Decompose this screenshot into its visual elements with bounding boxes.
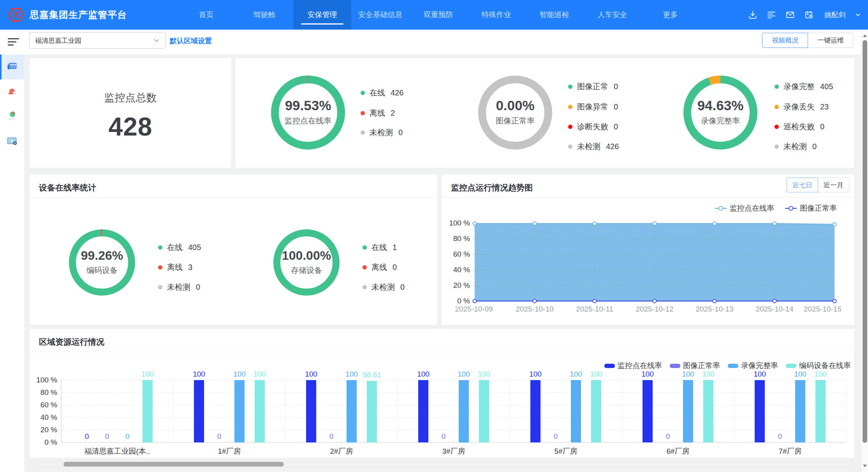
trend-chart-card: 监控点运行情况趋势图 近七日近一月 监控点在线率图像正常率 0 %20 %40 … bbox=[441, 174, 855, 325]
nav-menu: 首页驾驶舱安保管理安全基础信息双重预防特殊作业智能巡检人车安全更多 bbox=[177, 0, 699, 30]
sidebar bbox=[0, 55, 24, 472]
nav-item-首页[interactable]: 首页 bbox=[177, 0, 235, 30]
nav-item-更多[interactable]: 更多 bbox=[641, 0, 699, 30]
donut-record-integrity-donut: 94.63%录像完整率 bbox=[680, 72, 761, 153]
svg-text:60 %: 60 % bbox=[40, 401, 57, 409]
svg-text:100: 100 bbox=[641, 370, 654, 378]
svg-text:0: 0 bbox=[554, 432, 558, 440]
legend-value: 405 bbox=[188, 243, 201, 252]
scroll-down-arrow[interactable] bbox=[863, 463, 867, 467]
svg-text:100: 100 bbox=[814, 370, 827, 378]
svg-text:6#厂房: 6#厂房 bbox=[666, 447, 689, 455]
divider bbox=[30, 197, 438, 197]
nav-item-特殊作业[interactable]: 特殊作业 bbox=[467, 0, 525, 30]
svg-text:0: 0 bbox=[442, 432, 446, 440]
legend-dot bbox=[568, 125, 572, 129]
svg-text:0 %: 0 % bbox=[44, 438, 57, 446]
legend-value: 426 bbox=[606, 142, 619, 151]
legend-dot bbox=[363, 265, 367, 269]
legend-dot bbox=[775, 105, 779, 109]
svg-text:福清思嘉工业园(本..: 福清思嘉工业园(本.. bbox=[85, 447, 150, 455]
legend-value: 0 bbox=[196, 283, 200, 292]
svg-text:2#厂房: 2#厂房 bbox=[330, 447, 353, 455]
nav-item-智能巡检[interactable]: 智能巡检 bbox=[525, 0, 583, 30]
svg-text:100: 100 bbox=[682, 370, 694, 378]
region-select[interactable]: 福清思嘉工业园 bbox=[29, 32, 166, 49]
vertical-scrollbar[interactable] bbox=[861, 30, 868, 472]
legend-label: 未检测 bbox=[577, 141, 600, 152]
svg-text:100: 100 bbox=[193, 370, 205, 378]
svg-text:3#厂房: 3#厂房 bbox=[442, 447, 465, 455]
legend-item: 未检测426 bbox=[568, 141, 619, 152]
svg-text:0: 0 bbox=[125, 432, 130, 440]
nav-item-安全基础信息[interactable]: 安全基础信息 bbox=[351, 0, 409, 30]
svg-text:2025-10-12: 2025-10-12 bbox=[636, 305, 673, 313]
legend-label: 图像异常 bbox=[577, 102, 608, 112]
nav-item-人车安全[interactable]: 人车安全 bbox=[583, 0, 641, 30]
legend-value: 0 bbox=[614, 122, 618, 131]
sidebar-item-report-pie[interactable] bbox=[0, 104, 24, 129]
chevron-down-icon[interactable] bbox=[855, 12, 861, 18]
trend-area-chart: 0 %20 %40 %60 %80 %100 %2025-10-092025-1… bbox=[442, 197, 854, 325]
video-overview-button[interactable]: 视频概况 bbox=[762, 33, 808, 48]
default-region-settings-link[interactable]: 默认区域设置 bbox=[170, 36, 212, 46]
kpi-value: 428 bbox=[30, 112, 231, 141]
sidebar-item-monitor-wall[interactable] bbox=[0, 55, 24, 79]
svg-text:20 %: 20 % bbox=[40, 426, 57, 434]
range-tab-近七日[interactable]: 近七日 bbox=[787, 178, 818, 192]
donut-encoder-donut: 99.26%编码设备 bbox=[65, 226, 139, 299]
donut-monitor-online-donut: 99.53%监控点在线率 bbox=[267, 72, 349, 153]
nav-item-安保管理[interactable]: 安保管理 bbox=[293, 0, 351, 30]
schedule-icon[interactable] bbox=[804, 10, 813, 19]
download-icon[interactable] bbox=[748, 10, 757, 19]
svg-text:7#厂房: 7#厂房 bbox=[778, 447, 801, 455]
sidebar-item-alarm[interactable] bbox=[0, 79, 24, 104]
legend-label: 未检测 bbox=[371, 282, 395, 292]
svg-text:20 %: 20 % bbox=[453, 281, 470, 289]
region-select-value: 福清思嘉工业园 bbox=[35, 36, 153, 45]
legend-item: 在线1 bbox=[363, 242, 397, 253]
range-tab-近一月[interactable]: 近一月 bbox=[818, 178, 849, 192]
top-navbar: 思嘉集团生产监管平台 首页驾驶舱安保管理安全基础信息双重预防特殊作业智能巡检人车… bbox=[0, 0, 868, 30]
user-name[interactable]: 姚配剑 bbox=[824, 10, 845, 19]
svg-text:98.61: 98.61 bbox=[363, 371, 381, 379]
legend-dot bbox=[568, 85, 572, 89]
nav-item-驾驶舱[interactable]: 驾驶舱 bbox=[235, 0, 293, 30]
legend-dot bbox=[361, 111, 365, 115]
one-key-ops-button[interactable]: 一键运维 bbox=[808, 33, 854, 48]
legend-value: 1 bbox=[393, 243, 397, 252]
legend-dot bbox=[158, 265, 162, 269]
svg-text:100: 100 bbox=[570, 370, 582, 378]
legend-label: 离线 bbox=[167, 262, 183, 273]
legend-item: 未检测0 bbox=[361, 127, 403, 138]
list-icon[interactable] bbox=[767, 10, 776, 19]
svg-text:2025-10-13: 2025-10-13 bbox=[695, 305, 733, 313]
nav-item-双重预防[interactable]: 双重预防 bbox=[409, 0, 467, 30]
nav-right: 姚配剑 bbox=[748, 0, 861, 30]
donut-center-text: 100.00%存储设备 bbox=[270, 248, 343, 276]
svg-text:2025-10-14: 2025-10-14 bbox=[755, 305, 794, 313]
mail-icon[interactable] bbox=[785, 10, 795, 19]
horizontal-scrollbar-thumb[interactable] bbox=[63, 462, 284, 467]
legend-item: 在线405 bbox=[158, 242, 201, 253]
legend-value: 405 bbox=[820, 82, 833, 91]
legend-item: 未检测0 bbox=[158, 282, 200, 292]
legend-label: 未检测 bbox=[370, 127, 393, 138]
legend-value: 426 bbox=[391, 88, 403, 97]
svg-text:100: 100 bbox=[458, 370, 470, 378]
donut-center-text: 99.26%编码设备 bbox=[65, 248, 139, 276]
vertical-scrollbar-thumb[interactable] bbox=[863, 40, 867, 443]
legend-item: 录像丢失23 bbox=[775, 102, 829, 112]
collapse-menu-icon[interactable] bbox=[8, 38, 19, 46]
scroll-up-arrow[interactable] bbox=[863, 33, 867, 37]
sidebar-item-video-patrol[interactable] bbox=[0, 129, 24, 154]
legend-value: 0 bbox=[393, 263, 397, 272]
device-online-rate-card: 设备在线率统计 99.26%编码设备在线405离线3未检测0100.00%存储设… bbox=[29, 174, 438, 325]
legend-dot bbox=[363, 245, 367, 250]
donut-stats-card: 99.53%监控点在线率在线426离线2未检测00.00%图像正常率图像正常0图… bbox=[235, 58, 855, 168]
main-content: 监控点总数 428 99.53%监控点在线率在线426离线2未检测00.00%图… bbox=[24, 55, 861, 472]
horizontal-scrollbar[interactable] bbox=[34, 461, 855, 467]
legend-item: 离线0 bbox=[363, 262, 397, 273]
legend-item: 离线2 bbox=[361, 108, 395, 118]
card-title: 区域资源运行情况 bbox=[39, 336, 104, 347]
